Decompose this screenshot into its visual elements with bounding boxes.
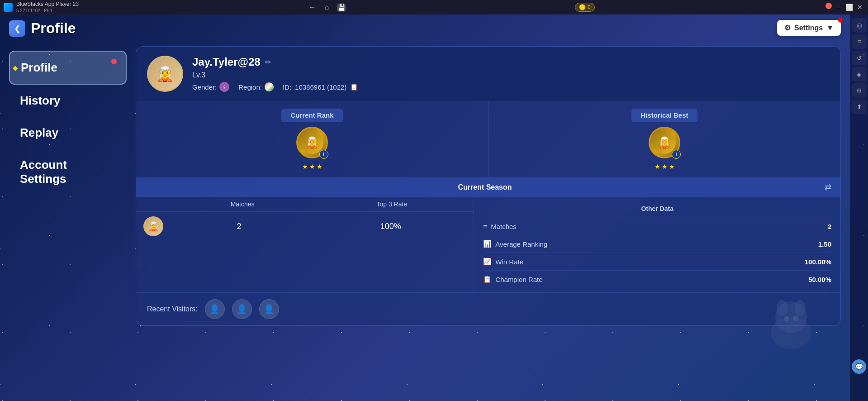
nav-item-history[interactable]: History <box>9 85 127 117</box>
current-rank-icon: 🧝 I ★ ★ ★ <box>143 127 481 170</box>
stat-matches-text: Matches <box>491 223 517 230</box>
settings-chevron-icon: ▼ <box>826 24 834 32</box>
current-rank-stars: ★ ★ ★ <box>302 163 323 170</box>
historical-rank-icon: 🧝 I ★ ★ ★ <box>496 127 833 170</box>
top3-col-header: Top 3 Rate <box>317 200 466 208</box>
current-rank-label: Current Rank <box>290 111 333 119</box>
stat-champ-text: Champion Rate <box>495 276 542 283</box>
season-toggle-icon[interactable]: ⇄ <box>825 182 831 192</box>
nav-item-replay[interactable]: Replay <box>9 117 127 149</box>
star-2: ★ <box>309 163 315 170</box>
medal-inner-current: 🧝 <box>301 131 323 154</box>
level: Lv.3 <box>192 71 830 79</box>
stat-avg-label: 📊 Average Ranking <box>483 240 547 248</box>
historical-rank-medal: 🧝 I <box>649 127 680 158</box>
season-left: Matches Top 3 Rate 🧝 2 100% <box>136 197 474 292</box>
titlebar: BlueStacks App Player 23 5.22.0.1102 · P… <box>0 0 868 14</box>
stat-avg-value: 1.50 <box>818 240 831 248</box>
recent-visitors: Recent Visitors: 👤 👤 👤 <box>136 292 840 325</box>
username: Jay.Tyler@28 <box>192 56 261 68</box>
hist-star-2: ★ <box>662 163 668 170</box>
stat-avg-text: Average Ranking <box>495 240 547 248</box>
matches-col-header: Matches <box>168 200 317 208</box>
nav-history-label: History <box>20 94 61 107</box>
medal-inner-historical: 🧝 <box>653 131 676 154</box>
titlebar-left: BlueStacks App Player 23 5.22.0.1102 · P… <box>4 1 79 14</box>
edit-icon[interactable]: ✏ <box>265 58 271 67</box>
restore-button[interactable]: ⬜ <box>844 3 854 12</box>
page-header: ❮ Profile <box>9 20 76 37</box>
profile-panel: 🧝 Jay.Tyler@28 ✏ Lv.3 Gender: ♀ Region: <box>136 46 841 326</box>
profile-info: Jay.Tyler@28 ✏ Lv.3 Gender: ♀ Region: ID… <box>192 56 830 92</box>
gender-item: Gender: ♀ <box>192 82 229 92</box>
left-nav: Profile History Replay AccountSettings <box>9 51 127 195</box>
historical-rank-label: Historical Best <box>640 111 688 119</box>
season-section: Current Season ⇄ Matches Top 3 Rate 🧝 2 <box>136 178 840 292</box>
minimize-button[interactable]: — <box>834 3 843 12</box>
stat-win-label: 📈 Win Rate <box>483 258 523 266</box>
nav-profile-dot <box>111 59 117 64</box>
save-nav-button[interactable]: 💾 <box>335 1 348 14</box>
rank-section: Current Rank 🧝 I ★ ★ ★ <box>136 101 840 178</box>
settings-button[interactable]: ⚙ Settings ▼ <box>777 20 841 36</box>
visitor-avatar-2[interactable]: 👤 <box>232 299 252 319</box>
current-rank-col: Current Rank 🧝 I ★ ★ ★ <box>136 101 489 177</box>
window-controls: — ⬜ ✕ <box>825 3 864 12</box>
back-nav-button[interactable]: ← <box>306 1 319 14</box>
season-right: Other Data ≡ Matches 2 📊 Average Ranking <box>474 197 840 292</box>
sidebar-icon-6[interactable]: ⬆ <box>852 100 867 114</box>
sidebar-icon-4[interactable]: ◈ <box>852 67 867 81</box>
season-char-avatar: 🧝 <box>143 216 163 236</box>
star-1: ★ <box>302 163 308 170</box>
sidebar-icon-2[interactable]: ≡ <box>852 34 867 49</box>
season-matches-val: 2 <box>163 222 315 231</box>
coin-count: 0 <box>588 4 591 10</box>
visitor-avatar-3[interactable]: 👤 <box>259 299 279 319</box>
hist-star-1: ★ <box>655 163 660 170</box>
page-title: Profile <box>31 20 76 37</box>
stat-matches-label: ≡ Matches <box>483 223 516 230</box>
id-row: ID: 10386961 (1022) 📋 <box>283 83 358 91</box>
id-label: ID: <box>283 83 291 91</box>
app-name: BlueStacks App Player 23 5.22.0.1102 · P… <box>16 1 79 14</box>
settings-label: Settings <box>794 24 823 32</box>
right-sidebar: ◎ ≡ ↺ ◈ ⚙ ⬆ 💬 <box>850 14 868 401</box>
season-body: Matches Top 3 Rate 🧝 2 100% Other Data <box>136 197 840 292</box>
stat-row-avg-ranking: 📊 Average Ranking 1.50 <box>483 235 831 253</box>
historical-rank-col: Historical Best 🧝 I ★ ★ ★ <box>489 101 840 177</box>
window-close-dot[interactable] <box>825 3 832 9</box>
hist-star-3: ★ <box>669 163 675 170</box>
gender-label: Gender: <box>192 83 217 91</box>
home-nav-button[interactable]: ⌂ <box>321 1 333 14</box>
sidebar-icon-5[interactable]: ⚙ <box>852 83 867 98</box>
region-label: Region: <box>238 83 262 91</box>
historical-rank-header: Historical Best <box>631 109 697 122</box>
copy-icon[interactable]: 📋 <box>350 83 358 91</box>
nav-item-account[interactable]: AccountSettings <box>9 149 127 195</box>
nav-item-profile[interactable]: Profile <box>9 51 127 85</box>
stat-win-value: 100.00% <box>805 258 831 266</box>
back-button[interactable]: ❮ <box>9 20 25 37</box>
season-top3-val: 100% <box>315 222 466 231</box>
season-title: Current Season <box>145 183 825 191</box>
settings-red-dot <box>838 18 843 23</box>
stat-champ-label: 📋 Champion Rate <box>483 275 542 283</box>
nav-account-label: AccountSettings <box>20 158 67 186</box>
stat-matches-value: 2 <box>828 223 831 230</box>
coin-badge: 🟡 0 <box>575 3 595 12</box>
stat-avg-icon: 📊 <box>483 240 492 248</box>
sidebar-icon-3[interactable]: ↺ <box>852 51 867 65</box>
current-rank-badge: I <box>319 150 328 159</box>
chat-button[interactable]: 💬 <box>852 359 866 374</box>
visitor-avatar-1[interactable]: 👤 <box>205 299 225 319</box>
back-chevron-icon: ❮ <box>14 24 21 33</box>
close-button[interactable]: ✕ <box>855 3 864 12</box>
historical-rank-badge: I <box>672 150 681 159</box>
current-rank-medal: 🧝 I <box>296 127 328 158</box>
nav-profile-label: Profile <box>21 61 57 74</box>
stat-row-matches: ≡ Matches 2 <box>483 218 831 235</box>
region-flag-icon <box>265 82 274 91</box>
sidebar-icon-1[interactable]: ◎ <box>852 18 867 33</box>
region-item: Region: <box>238 82 274 91</box>
season-header: Current Season ⇄ <box>136 178 840 197</box>
